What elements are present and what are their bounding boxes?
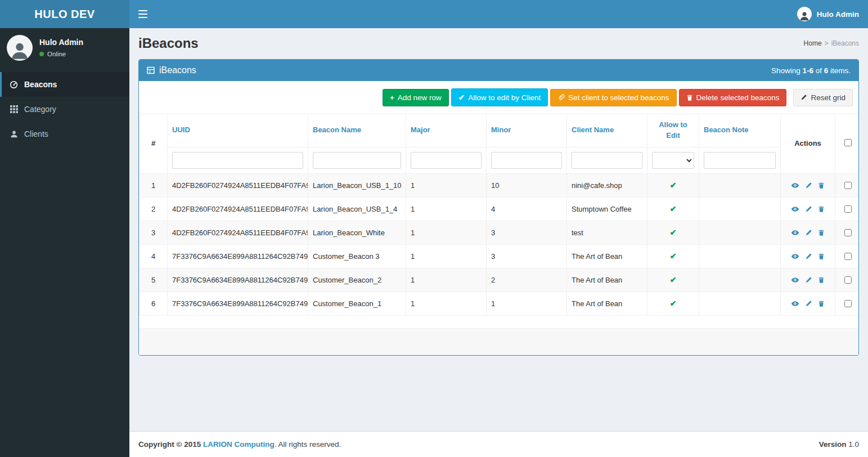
- sidebar-item-beacons[interactable]: Beacons: [0, 72, 129, 97]
- allow-check-icon: ✔: [670, 275, 677, 284]
- cell-beacon-note: [699, 268, 781, 292]
- cell-major: 1: [406, 173, 487, 197]
- edit-action-icon[interactable]: [805, 182, 812, 189]
- filter-beacon-note-input[interactable]: [704, 152, 776, 169]
- filter-uuid-input[interactable]: [172, 152, 303, 169]
- breadcrumb-home-link[interactable]: Home: [804, 39, 822, 47]
- panel-footer: [139, 328, 858, 355]
- cell-beacon-name: Larion_Beacon_White: [308, 221, 406, 244]
- sort-minor-link[interactable]: Minor: [491, 126, 511, 134]
- table-row: 6 7F3376C9A6634E899A8811264C92B749 Custo…: [140, 292, 860, 315]
- set-client-button[interactable]: Set client to selected beacons: [550, 89, 676, 106]
- cell-actions: [781, 268, 835, 292]
- page-footer: Copyright © 2015 LARION Computing. All r…: [129, 431, 868, 457]
- view-action-icon[interactable]: [791, 299, 799, 308]
- cell-major: 1: [406, 268, 487, 292]
- row-checkbox[interactable]: [844, 205, 852, 213]
- cell-beacon-name: Customer_Beacon_1: [308, 292, 406, 315]
- col-header-uuid: UUID: [168, 114, 308, 147]
- row-checkbox[interactable]: [844, 276, 852, 284]
- delete-action-icon[interactable]: [818, 253, 825, 260]
- grid-toolbar: + Add new row ✔ Allow to edit by Client …: [139, 81, 858, 114]
- view-action-icon[interactable]: [791, 252, 799, 261]
- delete-action-icon[interactable]: [818, 276, 825, 284]
- row-number: 4: [140, 244, 168, 268]
- hamburger-menu-button[interactable]: [129, 0, 156, 28]
- table-body: 1 4D2FB260F0274924A8511EEDB4F07FA9 Lario…: [140, 173, 860, 315]
- view-action-icon[interactable]: [791, 205, 799, 213]
- cell-client-name: nini@cafe.shop: [567, 173, 647, 197]
- delete-action-icon[interactable]: [818, 229, 825, 236]
- footer-version: Version 1.0: [819, 440, 859, 449]
- row-number: 1: [140, 173, 168, 197]
- main-column: Hulo Admin iBeacons Home>iBeacons iBeaco…: [129, 0, 868, 457]
- filter-allow-select[interactable]: [652, 152, 694, 169]
- view-action-icon[interactable]: [791, 181, 799, 190]
- edit-action-icon[interactable]: [805, 300, 812, 307]
- reset-grid-button[interactable]: Reset grid: [793, 89, 853, 106]
- sidebar-user-status[interactable]: Online: [39, 51, 83, 57]
- cell-beacon-note: [699, 292, 781, 315]
- beacons-table: # UUID Beacon Name Major Minor Client Na…: [139, 114, 859, 316]
- edit-action-icon[interactable]: [805, 253, 812, 260]
- reset-icon: [800, 94, 807, 101]
- user-icon: [9, 130, 19, 138]
- cell-uuid: 4D2FB260F0274924A8511EEDB4F07FA9: [168, 197, 308, 221]
- brand-logo[interactable]: HULO DEV: [0, 0, 129, 28]
- row-checkbox[interactable]: [844, 253, 852, 260]
- navbar-user-menu[interactable]: Hulo Admin: [788, 0, 868, 28]
- cell-beacon-name: Customer_Beacon 3: [308, 244, 406, 268]
- edit-action-icon[interactable]: [805, 229, 812, 236]
- sort-beacon-name-link[interactable]: Beacon Name: [313, 126, 361, 134]
- table-filter-row: [140, 147, 860, 173]
- add-new-row-button[interactable]: + Add new row: [383, 89, 449, 106]
- filter-minor-input[interactable]: [491, 152, 562, 169]
- sidebar-item-clients[interactable]: Clients: [0, 122, 129, 146]
- edit-action-icon[interactable]: [805, 276, 812, 284]
- row-number: 3: [140, 221, 168, 244]
- sidebar-user-info: Hulo Admin Online: [39, 35, 83, 57]
- filter-beacon-name-input[interactable]: [313, 152, 401, 169]
- delete-action-icon[interactable]: [818, 205, 825, 213]
- online-dot-icon: [39, 52, 44, 56]
- cell-minor: 3: [487, 221, 567, 244]
- table-row: 3 4D2FB260F0274924A8511EEDB4F07FA9 Lario…: [140, 221, 860, 244]
- row-checkbox[interactable]: [844, 300, 852, 307]
- sort-major-link[interactable]: Major: [411, 126, 430, 134]
- larion-link[interactable]: LARION Computing: [203, 440, 275, 449]
- ibeacons-panel: iBeacons Showing 1-6 of 6 items. + Add n…: [138, 59, 859, 356]
- cell-beacon-name: Customer_Beacon_2: [308, 268, 406, 292]
- sort-note-link[interactable]: Beacon Note: [704, 126, 748, 134]
- row-number: 6: [140, 292, 168, 315]
- cell-uuid: 7F3376C9A6634E899A8811264C92B749: [168, 244, 308, 268]
- edit-action-icon[interactable]: [805, 205, 812, 213]
- row-checkbox[interactable]: [844, 229, 852, 236]
- cell-beacon-name: Larion_Beacon_USB_1_4: [308, 197, 406, 221]
- view-action-icon[interactable]: [791, 276, 799, 284]
- delete-action-icon[interactable]: [818, 300, 825, 307]
- allow-edit-by-client-button[interactable]: ✔ Allow to edit by Client: [451, 88, 548, 106]
- select-all-checkbox[interactable]: [844, 139, 852, 146]
- cell-beacon-note: [699, 244, 781, 268]
- filter-major-input[interactable]: [411, 152, 482, 169]
- col-header-client-name: Client Name: [567, 114, 647, 147]
- page-title: iBeacons: [138, 35, 199, 51]
- cell-beacon-note: [699, 173, 781, 197]
- sidebar-user-name: Hulo Admin: [39, 38, 83, 47]
- row-checkbox[interactable]: [844, 182, 852, 189]
- items-summary: Showing 1-6 of 6 items.: [771, 66, 851, 75]
- cell-uuid: 4D2FB260F0274924A8511EEDB4F07FA9: [168, 221, 308, 244]
- cell-actions: [781, 244, 835, 268]
- table-panel-icon: [147, 66, 155, 74]
- sort-uuid-link[interactable]: UUID: [172, 126, 190, 134]
- sidebar-item-category[interactable]: Category: [0, 97, 129, 122]
- sort-client-name-link[interactable]: Client Name: [572, 126, 614, 134]
- filter-client-name-input[interactable]: [572, 152, 642, 169]
- view-action-icon[interactable]: [791, 228, 799, 237]
- cell-actions: [781, 173, 835, 197]
- delete-selected-button[interactable]: Delete selected beacons: [679, 89, 787, 106]
- cell-uuid: 4D2FB260F0274924A8511EEDB4F07FA9: [168, 173, 308, 197]
- sort-allow-link[interactable]: Allow to Edit: [659, 120, 687, 140]
- delete-action-icon[interactable]: [818, 182, 825, 189]
- breadcrumb-current: iBeacons: [831, 39, 859, 47]
